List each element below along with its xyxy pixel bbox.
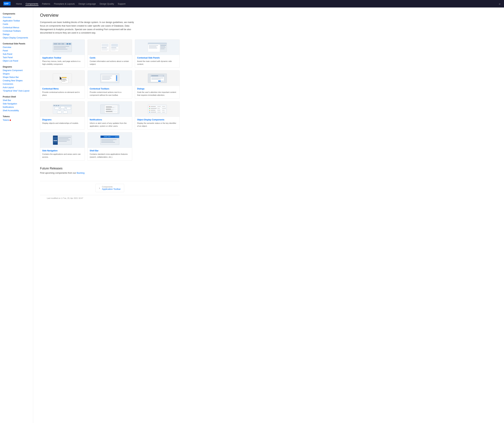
sidebar-section-tokens: Tokens	[0, 114, 33, 118]
svg-rect-44	[102, 78, 111, 79]
sidebar-item-tokens[interactable]: Tokens	[0, 118, 33, 122]
card-title-diagrams[interactable]: Diagrams	[42, 118, 83, 121]
svg-rect-99	[162, 110, 165, 110]
sidebar-item-shapes[interactable]: Shapes	[0, 72, 33, 76]
svg-rect-96	[149, 110, 150, 111]
svg-point-122	[118, 136, 119, 137]
nav-components[interactable]: Components	[25, 2, 39, 6]
svg-rect-57	[158, 81, 161, 82]
sidebar-item-overview-components[interactable]: Overview	[0, 16, 33, 19]
sidebar-section-ctx-panels: Contextual Side Panels	[0, 41, 33, 46]
card-dialogs[interactable]: ✕ Dialogs Grab the user's attention into…	[135, 70, 180, 99]
sidebar-item-panel[interactable]: Panel	[0, 49, 33, 52]
svg-rect-67	[57, 111, 61, 113]
next-page-link[interactable]: › Components Application Toolbar	[96, 184, 124, 192]
card-title-ctx-side[interactable]: Contextual Side Panels	[137, 57, 177, 59]
nav-floorplans[interactable]: Floorplans & Layouts	[54, 2, 75, 6]
main-content: Overview Components are basic building b…	[33, 7, 186, 423]
sidebar-item-cards[interactable]: Cards	[0, 23, 33, 26]
card-title-cards[interactable]: Cards	[90, 57, 130, 59]
card-side-navigation[interactable]: Side Navigation Contains the application…	[40, 132, 85, 161]
component-card-grid: Application Toolbar Place key menus, too…	[40, 40, 180, 161]
bottom-nav-page: Application Toolbar	[102, 188, 121, 190]
nav-home[interactable]: Home	[16, 2, 22, 6]
top-navigation: SAP Home Components Patterns Floorplans …	[0, 0, 504, 7]
card-desc-ctx-menu: Provide contextual actions on-demand and…	[42, 91, 83, 96]
card-title-app-toolbar[interactable]: Application Toolbar	[42, 57, 83, 59]
sidebar-item-auto-layout[interactable]: Auto-Layout	[0, 86, 33, 89]
card-contextual-side-panels[interactable]: Contextual Side Panels Assist the main c…	[135, 40, 180, 68]
sidebar-item-sub-panel[interactable]: Sub-Panel	[0, 52, 33, 56]
sap-logo[interactable]: SAP	[3, 2, 11, 6]
card-object-display[interactable]: Object Display Components Display the se…	[135, 101, 180, 129]
card-image-side-nav	[40, 133, 85, 148]
card-desc-shell-bar: Contains standard cross-applications fea…	[90, 153, 130, 158]
svg-point-47	[116, 77, 117, 78]
sidebar-item-application-toolbar[interactable]: Application Toolbar	[0, 19, 33, 23]
card-title-object-display[interactable]: Object Display Components	[137, 118, 177, 121]
sidebar-item-task-panel[interactable]: Task Panel	[0, 56, 33, 59]
card-notifications[interactable]: Notifications Inform or alert users of a…	[88, 101, 132, 129]
svg-rect-7	[66, 43, 68, 44]
sidebar-item-connectors[interactable]: Connectors	[0, 82, 33, 86]
card-application-toolbar[interactable]: Application Toolbar Place key menus, too…	[40, 40, 85, 68]
card-contextual-menu[interactable]: Contextual Menu Provide contextual actio…	[40, 70, 85, 99]
card-desc-object-display: Display the semantic status or the key i…	[137, 122, 177, 127]
svg-rect-26	[149, 45, 158, 46]
card-title-shell-bar[interactable]: Shell Bar	[90, 149, 130, 152]
card-shell-bar[interactable]: Shell Bar Contains standard cross-applic…	[88, 132, 132, 161]
svg-rect-101	[149, 112, 150, 112]
svg-rect-66	[66, 107, 71, 110]
search-icon[interactable]: ⌕	[499, 2, 501, 5]
sidebar-item-shape-status-bar[interactable]: Shape Status Bar	[0, 76, 33, 79]
card-title-ctx-menu[interactable]: Contextual Menu	[42, 88, 83, 90]
card-title-ctx-toolbar[interactable]: Contextual Toolbars	[90, 88, 130, 90]
sidebar-item-object-display[interactable]: Object Display Components	[0, 36, 33, 40]
sidebar-item-contextual-toolbars[interactable]: Contextual Toolbars	[0, 29, 33, 33]
svg-rect-119	[108, 136, 110, 137]
sidebar-item-graphical-view[interactable]: "Graphical View" Auto-Layout	[0, 89, 33, 93]
svg-rect-56	[151, 79, 161, 79]
svg-rect-108	[54, 139, 57, 140]
svg-rect-88	[157, 106, 161, 107]
card-desc-app-toolbar: Place key menus, tools, and page actions…	[42, 60, 83, 65]
nav-design-language[interactable]: Design Language	[78, 2, 96, 6]
backlog-link[interactable]: Backlog	[77, 172, 84, 174]
card-cards[interactable]: Cards Contain information and actions ab…	[88, 40, 132, 68]
sidebar-item-side-navigation[interactable]: Side Navigation	[0, 102, 33, 106]
svg-rect-89	[162, 106, 165, 107]
sidebar-item-contextual-menus[interactable]: Contextual Menus	[0, 26, 33, 29]
card-image-ctx-menu	[40, 70, 85, 86]
svg-rect-98	[157, 110, 160, 110]
sidebar-item-shell-accessibility[interactable]: Shell Accessibility	[0, 109, 33, 112]
intro-text: Components are basic building blocks of …	[40, 21, 135, 35]
nav-patterns[interactable]: Patterns	[42, 2, 50, 6]
svg-text:✕: ✕	[163, 75, 164, 77]
svg-rect-124	[101, 141, 113, 141]
card-image-ctx-toolbar	[88, 70, 132, 86]
last-modified: Last modified on ⊙ Tue, 20, Apr 2021 18:…	[47, 197, 83, 199]
svg-rect-5	[58, 43, 61, 44]
sidebar-item-object-list-panel[interactable]: Object List Panel	[0, 59, 33, 63]
sidebar-item-dialogs[interactable]: Dialogs	[0, 33, 33, 36]
sidebar-item-ctx-overview[interactable]: Overview	[0, 46, 33, 49]
sidebar-item-notifications[interactable]: Notifications	[0, 106, 33, 109]
card-desc-side-nav: Contains the applications and areas user…	[42, 153, 83, 158]
svg-rect-58	[161, 81, 164, 82]
card-title-side-nav[interactable]: Side Navigation	[42, 149, 83, 152]
card-image-object-display	[135, 101, 180, 117]
sidebar-section-product-shell: Product Shell	[0, 94, 33, 99]
card-title-notifications[interactable]: Notifications	[90, 118, 130, 121]
sidebar-item-diagrams-component[interactable]: Diagrams Component	[0, 69, 33, 72]
sidebar-item-shell-bar[interactable]: Shell Bar	[0, 99, 33, 102]
card-title-dialogs[interactable]: Dialogs	[137, 88, 177, 90]
svg-rect-65	[61, 106, 65, 109]
svg-rect-123	[101, 139, 117, 140]
svg-rect-39	[62, 81, 65, 82]
nav-design-quality[interactable]: Design Quality	[99, 2, 114, 6]
svg-rect-82	[106, 111, 112, 112]
nav-support[interactable]: Support	[117, 2, 126, 6]
card-contextual-toolbars[interactable]: Contextual Toolbars Provide content-leve…	[88, 70, 132, 99]
card-diagrams[interactable]: Diagrams Display objects and relationshi…	[40, 101, 85, 129]
sidebar-item-creating-shapes[interactable]: Creating New Shapes	[0, 79, 33, 82]
